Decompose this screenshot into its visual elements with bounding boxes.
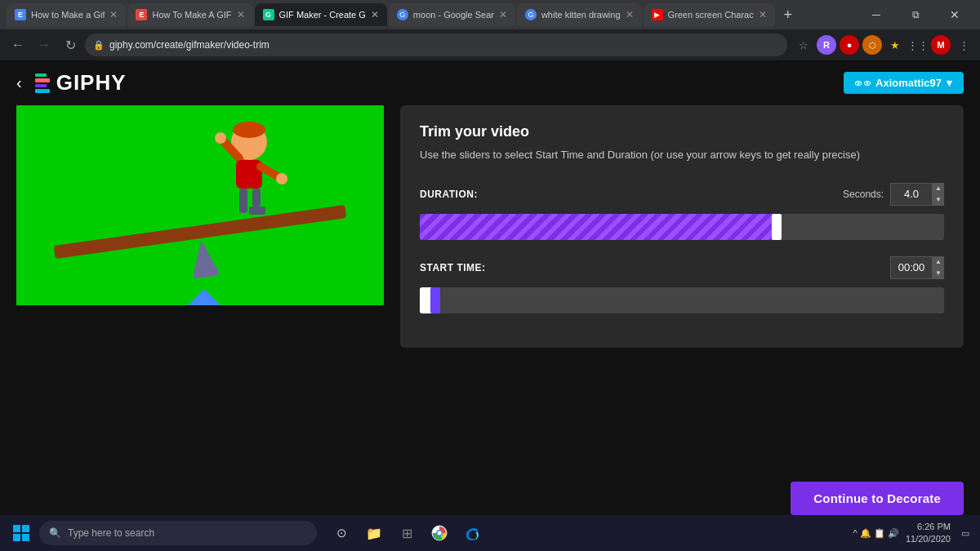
edge-icon — [464, 525, 480, 541]
restore-button[interactable]: ⧉ — [897, 3, 934, 26]
back-nav-button[interactable]: ← — [7, 33, 29, 56]
tab-green-screen[interactable]: ▶ Green screen Charac ✕ — [644, 3, 775, 26]
start-time-header: START TIME: ▲ ▼ — [420, 256, 944, 279]
svg-rect-16 — [22, 525, 29, 532]
tab-how-to-gif[interactable]: E How to Make a Gif ✕ — [7, 3, 126, 26]
tab-moon-search[interactable]: G moon - Google Sear ✕ — [389, 3, 515, 26]
svg-point-10 — [276, 173, 287, 184]
duration-increment[interactable]: ▲ — [933, 183, 944, 194]
profile-icon-r[interactable]: R — [817, 35, 836, 55]
giphy-user-area: Axiomattic97 ▾ — [844, 72, 964, 94]
svg-rect-18 — [22, 534, 29, 541]
taskbar-chrome[interactable] — [425, 518, 454, 548]
extension-icon-menu[interactable]: ⋮⋮ — [908, 35, 928, 55]
extension-icon-star[interactable]: ★ — [885, 35, 905, 55]
duration-spinners: ▲ ▼ — [933, 183, 944, 206]
duration-input[interactable] — [890, 183, 933, 206]
start-slider-handle[interactable] — [430, 287, 440, 313]
duration-field: DURATION: Seconds: ▲ ▼ — [420, 183, 944, 240]
giphy-back-button[interactable]: ‹ — [16, 73, 22, 92]
giphy-logo-icon — [35, 73, 50, 93]
svg-point-21 — [438, 531, 442, 535]
taskbar-items: ⊙ 📁 ⊞ — [327, 518, 487, 548]
reload-button[interactable]: ↻ — [59, 33, 82, 56]
start-time-input-group: ▲ ▼ — [890, 256, 944, 279]
minimize-button[interactable]: ─ — [858, 3, 895, 26]
continue-btn-container: Continue to Decorate — [0, 473, 980, 515]
start-time-label: START TIME: — [420, 262, 486, 273]
taskbar-edge[interactable] — [457, 518, 487, 548]
taskbar-another-app[interactable]: ⊞ — [392, 518, 421, 548]
svg-rect-12 — [252, 189, 261, 207]
page-body: Trim your video Use the sliders to selec… — [0, 105, 980, 473]
duration-slider-handle[interactable] — [772, 214, 782, 240]
taskbar-file-explorer[interactable]: 📁 — [359, 518, 389, 548]
address-bar[interactable]: 🔒 giphy.com/create/gifmaker/video-trim — [85, 33, 787, 56]
taskbar-task-view[interactable]: ⊙ — [327, 518, 356, 548]
windows-icon — [13, 525, 29, 541]
system-tray-icons: ^ 🔔 📋 🔊 — [853, 528, 899, 539]
taskbar-system-tray: ^ 🔔 📋 🔊 6:26 PM 11/20/2020 ▭ — [853, 521, 973, 546]
more-options-icon[interactable]: ⋮ — [954, 35, 973, 55]
start-input-wrapper: ▲ ▼ — [890, 256, 944, 279]
user-avatar-icon — [855, 81, 871, 86]
browser-chrome: E How to Make a Gif ✕ E How To Make A GI… — [0, 0, 980, 60]
taskbar: 🔍 Type here to search ⊙ 📁 ⊞ ^ 🔔 📋 🔊 — [0, 515, 980, 551]
continue-to-decorate-button[interactable]: Continue to Decorate — [791, 482, 964, 515]
svg-rect-15 — [13, 525, 20, 532]
giphy-logo-text: GIPHY — [56, 70, 127, 96]
duration-header: DURATION: Seconds: ▲ ▼ — [420, 183, 944, 206]
trim-title: Trim your video — [420, 123, 944, 140]
svg-rect-17 — [13, 534, 20, 541]
extension-icon-orange[interactable]: ⬡ — [862, 35, 882, 55]
duration-slider-fill — [420, 214, 777, 240]
dropdown-icon: ▾ — [947, 77, 952, 89]
time-display: 6:26 PM — [917, 521, 951, 533]
taskbar-search-bar[interactable]: 🔍 Type here to search — [39, 521, 317, 545]
tab-how-to-gif2[interactable]: E How To Make A GIF ✕ — [127, 3, 252, 26]
date-display: 11/20/2020 — [906, 533, 951, 545]
new-tab-button[interactable]: + — [777, 3, 800, 26]
start-button[interactable] — [7, 518, 36, 548]
profile-icon-m[interactable]: M — [931, 35, 951, 55]
start-time-input[interactable] — [890, 256, 933, 279]
svg-point-5 — [233, 122, 265, 138]
lock-icon: 🔒 — [93, 40, 105, 51]
tab-kitten[interactable]: G white kitten drawing ✕ — [517, 3, 642, 26]
search-icon: 🔍 — [49, 527, 61, 539]
svg-rect-11 — [239, 189, 247, 213]
extension-icon-red[interactable]: ● — [840, 35, 859, 55]
tab-bar: E How to Make a Gif ✕ E How To Make A GI… — [0, 0, 980, 29]
start-time-decrement[interactable]: ▼ — [933, 268, 944, 279]
start-time-slider[interactable] — [420, 287, 944, 313]
duration-slider[interactable] — [420, 214, 944, 240]
browser-nav-icons: ☆ R ● ⬡ ★ ⋮⋮ M ⋮ — [794, 35, 973, 55]
start-time-increment[interactable]: ▲ — [933, 256, 944, 268]
nav-bar: ← → ↻ 🔒 giphy.com/create/gifmaker/video-… — [0, 29, 980, 60]
trim-panel: Trim your video Use the sliders to selec… — [400, 105, 964, 348]
video-preview — [16, 105, 384, 305]
seconds-label: Seconds: — [843, 189, 884, 200]
forward-nav-button[interactable]: → — [33, 33, 56, 56]
duration-input-group: ▲ ▼ — [890, 183, 944, 206]
duration-decrement[interactable]: ▼ — [933, 194, 944, 206]
giphy-header: ‹ GIPHY Axiomattic97 ▾ — [0, 60, 980, 105]
giphy-logo: GIPHY — [35, 70, 127, 96]
main-content: ‹ GIPHY Axiomattic97 ▾ — [0, 60, 980, 515]
close-button[interactable]: ✕ — [936, 3, 973, 26]
video-frame — [16, 105, 384, 305]
tab-gif-maker[interactable]: G GIF Maker - Create G ✕ — [255, 3, 387, 26]
show-desktop-button[interactable]: ▭ — [957, 521, 973, 545]
svg-rect-13 — [249, 207, 265, 215]
search-placeholder: Type here to search — [68, 527, 154, 539]
giphy-username: Axiomattic97 — [875, 77, 942, 89]
star-icon[interactable]: ☆ — [794, 35, 813, 55]
duration-seconds-area: Seconds: ▲ ▼ — [843, 183, 944, 206]
start-time-field: START TIME: ▲ ▼ — [420, 256, 944, 313]
trim-description: Use the sliders to select Start Time and… — [420, 147, 944, 163]
address-text: giphy.com/create/gifmaker/video-trim — [109, 39, 270, 51]
svg-point-7 — [215, 132, 226, 144]
chrome-icon — [431, 525, 448, 541]
duration-label: DURATION: — [420, 189, 478, 200]
giphy-user-button[interactable]: Axiomattic97 ▾ — [844, 72, 964, 94]
